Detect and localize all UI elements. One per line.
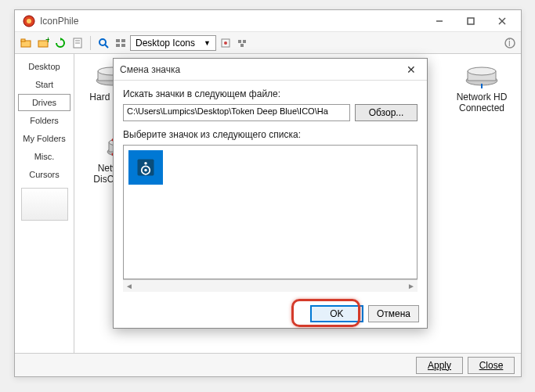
refresh-icon[interactable] xyxy=(53,36,67,50)
svg-rect-7 xyxy=(21,39,25,41)
svg-text:i: i xyxy=(508,38,511,49)
folder-open-icon[interactable] xyxy=(19,36,33,50)
list-label: Выберите значок из следующего списка: xyxy=(123,129,418,140)
sidebar: Desktop Start Drives Folders My Folders … xyxy=(15,54,74,353)
browse-button[interactable]: Обзор... xyxy=(355,104,418,121)
scroll-left-icon[interactable]: ◄ xyxy=(123,282,136,290)
toolbar: + Desktop Icons ▼ i xyxy=(15,32,521,54)
dialog-close-button[interactable]: ✕ xyxy=(402,62,421,77)
maximize-button[interactable] xyxy=(455,12,486,31)
sidebar-tab-myfolders[interactable]: My Folders xyxy=(18,130,70,147)
path-row: C:\Users\Lumpics\Desktop\Token Deep Blue… xyxy=(123,104,418,121)
svg-point-41 xyxy=(144,162,147,165)
svg-line-14 xyxy=(105,45,108,48)
svg-point-31 xyxy=(468,67,496,75)
sidebar-tab-misc[interactable]: Misc. xyxy=(18,148,70,165)
properties-icon[interactable] xyxy=(70,36,85,50)
svg-rect-15 xyxy=(116,39,120,42)
tool-icon-2[interactable] xyxy=(236,36,250,50)
icon-label: Network HD Connected xyxy=(450,92,513,113)
dialog-titlebar: Смена значка ✕ xyxy=(114,59,427,81)
sidebar-tab-desktop[interactable]: Desktop xyxy=(18,58,70,75)
selected-icon[interactable] xyxy=(128,150,163,185)
minimize-button[interactable] xyxy=(424,12,455,31)
path-input[interactable]: C:\Users\Lumpics\Desktop\Token Deep Blue… xyxy=(123,104,350,121)
sidebar-tab-folders[interactable]: Folders xyxy=(18,112,70,129)
app-title: IconPhile xyxy=(40,16,424,27)
toolbar-separator xyxy=(90,36,91,50)
footer: Apply Close xyxy=(15,353,521,376)
close-button[interactable] xyxy=(486,12,518,31)
cancel-button[interactable]: Отмена xyxy=(368,305,419,322)
close-button-footer[interactable]: Close xyxy=(468,357,515,374)
search-label: Искать значки в следующем файле: xyxy=(123,88,418,99)
dialog-title: Смена значка xyxy=(120,64,402,75)
search-icon[interactable] xyxy=(96,36,110,50)
ok-button[interactable]: OK xyxy=(310,305,363,322)
sidebar-tab-drives[interactable]: Drives xyxy=(18,94,70,111)
combo-label: Desktop Icons xyxy=(136,38,195,49)
new-folder-icon[interactable]: + xyxy=(36,36,50,50)
svg-rect-16 xyxy=(121,39,125,42)
dialog-footer: OK Отмена xyxy=(114,300,427,328)
info-icon[interactable]: i xyxy=(503,36,517,50)
change-icon-dialog: Смена значка ✕ Искать значки в следующем… xyxy=(113,58,428,329)
svg-rect-21 xyxy=(238,40,241,43)
svg-point-13 xyxy=(99,39,106,45)
svg-rect-38 xyxy=(138,160,154,176)
category-combo[interactable]: Desktop Icons ▼ xyxy=(130,35,216,51)
view-icon[interactable] xyxy=(114,36,128,50)
scroll-right-icon[interactable]: ► xyxy=(405,282,418,290)
svg-point-1 xyxy=(27,19,31,23)
dialog-body: Искать значки в следующем файле: C:\User… xyxy=(114,81,427,300)
sidebar-tab-cursors[interactable]: Cursors xyxy=(18,166,70,183)
horizontal-scrollbar[interactable]: ◄ ► xyxy=(123,279,418,292)
svg-text:+: + xyxy=(45,37,49,45)
icon-nethd-connected[interactable]: Network HD Connected xyxy=(450,60,513,113)
tool-icon-1[interactable] xyxy=(219,36,233,50)
sidebar-preview xyxy=(21,188,68,221)
svg-point-20 xyxy=(224,41,227,45)
icon-listbox[interactable] xyxy=(123,145,418,279)
svg-point-40 xyxy=(144,169,147,172)
apply-button[interactable]: Apply xyxy=(416,357,463,374)
svg-rect-23 xyxy=(240,44,244,47)
app-icon xyxy=(23,15,35,27)
chevron-down-icon: ▼ xyxy=(201,39,214,47)
svg-rect-22 xyxy=(243,40,246,43)
sidebar-tab-start[interactable]: Start xyxy=(18,76,70,93)
svg-rect-18 xyxy=(121,44,125,47)
titlebar: IconPhile xyxy=(15,10,521,32)
svg-rect-17 xyxy=(116,44,120,47)
svg-rect-3 xyxy=(468,18,474,24)
